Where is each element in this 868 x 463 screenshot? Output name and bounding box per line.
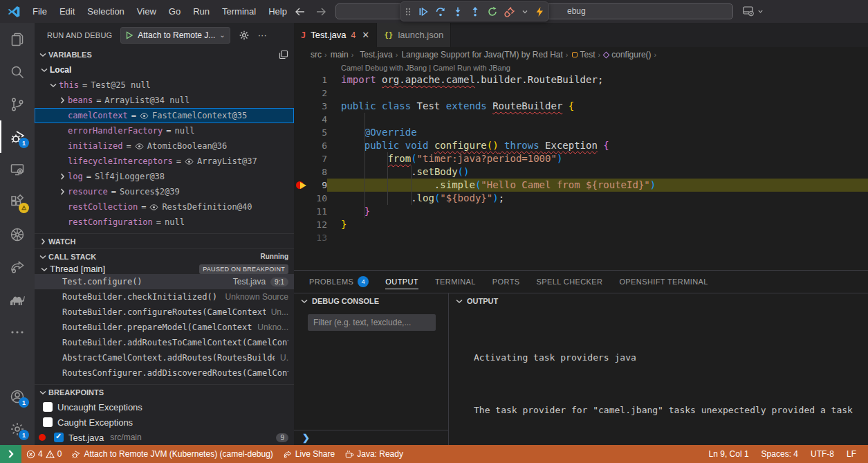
variables-section-header[interactable]: VARIABLES [35,47,294,62]
watch-section-header[interactable]: WATCH [35,233,294,248]
eol-setting[interactable]: LF [840,449,862,459]
stack-frame-row[interactable]: RouteBuilder.prepareModel(CamelContext) … [35,320,294,335]
breakpoint-row[interactable]: Caught Exceptions [35,415,294,430]
breakpoint-checkbox[interactable] [43,417,53,427]
customize-layout-icon[interactable] [741,4,755,18]
code-line[interactable]: 9 .simple("Hello Camel from ${routeId}") [294,179,868,192]
continue-icon[interactable] [418,6,429,17]
variable-row[interactable]: errorHandlerFactory = null [35,123,294,138]
indentation-setting[interactable]: Spaces: 4 [755,449,804,459]
stack-frame-row[interactable]: AbstractCamelContext.addRoutes(RoutesBui… [35,350,294,365]
step-into-icon[interactable] [452,6,463,17]
breakpoint-checkbox[interactable] [43,402,53,412]
output-log[interactable]: Activating task providers java The task … [449,309,868,445]
code-line[interactable]: 12} [294,218,868,231]
breadcrumb-item[interactable]: Language Support for Java(TM) by Red Hat… [401,50,568,60]
drag-grip-icon[interactable] [405,6,412,17]
breakpoint-gutter[interactable] [294,231,309,244]
tab-launch-json[interactable]: {} launch.json [377,23,451,47]
breakpoint-gutter[interactable] [294,218,309,231]
panel-tab[interactable]: PROBLEMS 4 [309,276,369,287]
activity-settings[interactable]: 1 [0,412,35,445]
call-stack-section-header[interactable]: CALL STACK Running [35,248,294,264]
debug-console-header[interactable]: DEBUG CONSOLE [294,293,448,309]
layout-controls[interactable] [741,4,764,18]
breadcrumb-item[interactable]: Test.java › [357,50,398,60]
variable-row[interactable]: restCollection = RestsDefinition@40 [35,199,294,215]
breakpoint-gutter[interactable] [294,165,309,179]
activity-source-control[interactable] [0,88,35,120]
menu-item[interactable]: Selection [81,3,130,19]
gear-icon[interactable] [239,30,250,41]
thread-row[interactable]: Thread [main] PAUSED ON BREAKPOINT [35,264,294,274]
panel-tab[interactable]: TERMINAL [435,278,476,286]
launch-config-select[interactable]: Attach to Remote J... ⌄ [120,27,230,44]
variable-row[interactable]: beans = ArrayList@34 null [35,93,294,108]
code-line[interactable]: 6 public void configure() throws Excepti… [294,139,868,152]
menu-item[interactable]: Run [187,3,216,19]
breakpoint-gutter[interactable] [294,139,309,152]
start-debug-icon[interactable] [125,31,133,39]
breakpoint-gutter[interactable] [294,205,309,218]
step-out-icon[interactable] [470,6,481,17]
lazy-eval-eye-icon[interactable] [149,203,158,212]
breakpoint-gutter[interactable] [294,152,309,165]
step-over-icon[interactable] [435,6,446,17]
menu-item[interactable]: Edit [53,3,81,19]
panel-tab[interactable]: OPENSHIFT TERMINAL [619,278,708,286]
activity-live-share[interactable] [0,251,35,283]
breadcrumb-item[interactable]: src › [311,50,327,60]
breakpoint-gutter[interactable] [294,179,309,192]
code-line[interactable]: 3public class Test extends RouteBuilder … [294,100,868,113]
stack-frame-row[interactable]: RouteBuilder.addRoutesToCamelContext(Cam… [35,335,294,350]
activity-camel[interactable] [0,283,35,316]
menu-item[interactable]: Terminal [216,3,262,19]
variable-row[interactable]: this = Test@25 null [35,78,294,93]
breakpoint-gutter[interactable] [294,87,309,100]
code-line[interactable]: 8 .setBody() [294,165,868,179]
lazy-eval-eye-icon[interactable] [140,111,149,120]
panel-tab[interactable]: SPELL CHECKER [537,278,603,286]
menu-item[interactable]: View [131,3,163,19]
java-status[interactable]: Java: Ready [340,445,408,463]
activity-run-debug[interactable]: 1 [0,120,35,153]
activity-kubernetes[interactable] [0,218,35,251]
codelens-actions[interactable]: Camel Debug with JBang | Camel Run with … [294,62,868,73]
code-editor[interactable]: Camel Debug with JBang | Camel Run with … [294,62,868,270]
chevron-down-icon[interactable] [521,8,528,15]
breadcrumb-item[interactable]: main › [331,50,354,60]
restart-icon[interactable] [487,6,498,17]
breakpoint-row[interactable]: Uncaught Exceptions [35,399,294,415]
panel-tab[interactable]: PORTS [492,278,520,286]
variable-row[interactable]: resource = Sources$2@39 [35,184,294,199]
more-actions-icon[interactable]: ··· [258,30,267,40]
breakpoint-gutter[interactable] [294,126,309,139]
back-icon[interactable] [295,7,306,17]
code-line[interactable]: 1import org.apache.camel.builder.RouteBu… [294,73,868,87]
breakpoint-gutter[interactable] [294,100,309,113]
lazy-eval-eye-icon[interactable] [185,157,194,166]
activity-remote-explorer[interactable] [0,153,35,185]
remote-indicator[interactable] [0,445,21,463]
variable-row[interactable]: lifecycleInterceptors = ArrayList@37 [35,154,294,169]
output-header[interactable]: OUTPUT [449,293,868,309]
encoding-setting[interactable]: UTF-8 [804,449,840,459]
activity-search[interactable] [0,55,35,88]
cursor-position[interactable]: Ln 9, Col 1 [703,449,755,459]
breakpoint-gutter[interactable] [294,192,309,205]
activity-extensions[interactable]: ⚠ [0,185,35,218]
chevron-down-icon[interactable] [757,8,764,15]
variable-row[interactable]: Local = [35,62,294,78]
menu-item[interactable]: File [26,3,53,19]
activity-accounts[interactable]: 1 [0,380,35,412]
breadcrumb-item[interactable]: Test › [572,50,601,60]
debug-console-filter-input[interactable] [308,314,436,331]
tab-test-java[interactable]: J Test.java 4 ✕ [294,23,377,47]
debug-session-status[interactable]: Attach to Remote JVM (Kubernetes) (camel… [66,445,277,463]
menu-item[interactable]: Help [262,3,293,19]
variable-row[interactable]: initialized = AtomicBoolean@36 [35,138,294,154]
forward-icon[interactable] [315,7,326,17]
code-line[interactable]: 10 .log("${body}"); [294,192,868,205]
code-line[interactable]: 7 from("timer:java?period=1000") [294,152,868,165]
problems-status[interactable]: 4 0 [21,445,66,463]
